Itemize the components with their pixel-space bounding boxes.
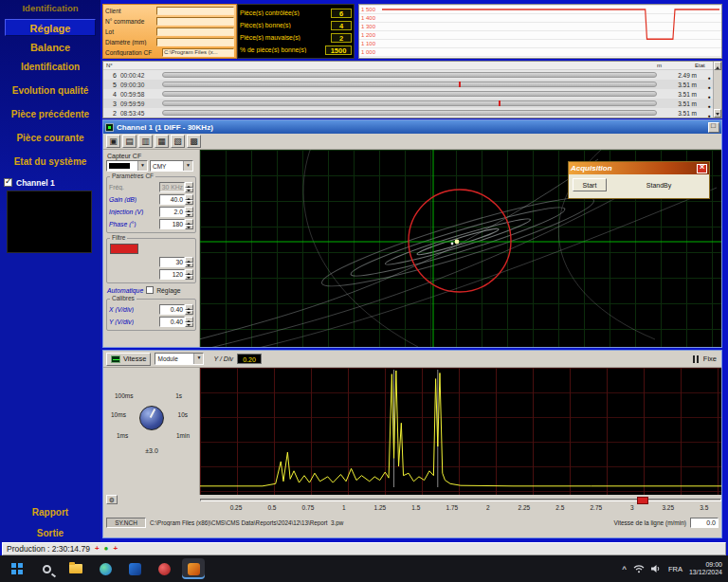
sidebar-item-piece-precedente[interactable]: Pièce précédente [0,107,100,122]
sidebar-item-identification-top[interactable]: Identification [0,3,100,13]
fixe-label: Fixe [703,355,717,363]
windows-logo-icon [11,563,23,574]
search-button[interactable] [35,558,58,579]
chevron-down-icon [137,161,147,171]
sidebar-item-reglage[interactable]: Réglage [5,19,96,36]
freq-spinner [185,182,193,192]
ydiv-label: Y / Div [213,355,233,362]
counter-label: Pièce(s) mauvaise(s) [240,34,329,41]
table-scrollbar[interactable] [713,62,721,118]
start-button[interactable]: Start [573,178,607,191]
table-row[interactable]: 5 09:00:30 3.51 m [103,80,721,89]
tray-expand-icon[interactable] [622,565,627,573]
pause-icon[interactable] [692,355,700,363]
x-vdiv-value[interactable]: 0.40 [159,304,185,315]
ydiv-value[interactable]: 0.20 [237,354,262,364]
configuration-path[interactable]: C:\Program Files (x... [162,48,234,57]
filtre-low-value[interactable]: 30 [159,257,185,267]
timebase-knob[interactable] [139,406,164,430]
capteur-mode-select[interactable]: CMY [150,160,193,172]
piece-length: 3.51 m [663,91,697,98]
sidebar-item-identification[interactable]: Identification [0,60,100,75]
commande-input[interactable] [156,17,234,26]
filtre-color-select[interactable] [110,244,138,254]
piece-num: 3 [103,100,117,107]
phase-spinner[interactable] [185,219,193,229]
piece-time: 09:59:59 [117,100,156,107]
file-explorer-button[interactable] [64,558,87,579]
filtre-high-value[interactable]: 120 [159,269,185,280]
configuration-label: Configuration CF [105,49,160,56]
display-mode-strip-icon[interactable]: ▤ [122,135,136,148]
injection-value[interactable]: 2.0 [159,207,185,217]
table-row[interactable]: 2 08:53:45 3.51 m [103,108,721,118]
line-speed-label: Vitesse de la ligne (m/min) [614,519,686,526]
diametre-input[interactable] [156,38,234,46]
display-mode-xy-icon[interactable]: ▣ [106,135,120,148]
lot-input[interactable] [156,27,234,36]
table-row[interactable]: 6 00:00:42 2.49 m [103,70,721,80]
client-input[interactable] [156,7,234,15]
scroll-up-icon[interactable] [714,62,721,70]
trace-color-select[interactable] [106,160,148,172]
time-axis-tick: 3.25 [662,504,674,511]
piece-bar [162,110,657,116]
zoom-display-icon[interactable]: ▩ [187,135,201,148]
gain-value[interactable]: 40.0 [159,194,185,205]
network-icon[interactable] [633,564,645,573]
sidebar-item-evolution-qualite[interactable]: Evolution qualité [0,83,100,99]
clock[interactable]: 09:00 13/12/2024 [689,561,722,576]
vitesse-button[interactable]: Vitesse [106,353,151,366]
start-button[interactable] [6,558,28,579]
channel-1-toggle[interactable]: Channel 1 [4,176,55,189]
display-mode-split-icon[interactable]: ▥ [138,135,153,148]
sidebar-item-sortie[interactable]: Sortie [0,526,100,541]
sidebar-item-balance[interactable]: Balance [0,40,100,55]
scroll-down-icon[interactable] [714,109,721,118]
close-icon[interactable] [697,164,707,173]
status-marker-icon: + [113,544,118,554]
browser-button[interactable] [94,558,117,579]
y-tick: 1 500 [361,6,375,14]
piece-counters: Pièce(s) contrôlée(s) 6 Pièce(s) bonne(s… [237,4,355,59]
channel-window-titlebar[interactable]: Channel 1 (1 DIFF - 30KHz) [103,120,721,134]
y-vdiv-value[interactable]: 0.40 [159,317,185,327]
gain-spinner[interactable] [185,194,193,205]
y-vdiv-spinner[interactable] [185,317,193,327]
phase-value[interactable]: 180 [159,219,185,229]
cms-app-button[interactable] [182,558,205,579]
filtre-high-spinner[interactable] [185,269,193,280]
automatique-checkbox[interactable] [146,286,154,294]
grid-toggle-icon[interactable]: ▦ [155,135,169,148]
filtre-low-spinner[interactable] [185,257,193,267]
piece-time: 09:00:30 [117,82,156,88]
reglage-label: Réglage [156,287,180,294]
browser-icon [100,563,112,575]
volume-icon[interactable] [651,564,662,573]
module-select[interactable]: Module [155,353,204,365]
time-scrollbar-handle[interactable] [637,497,648,504]
table-row[interactable]: 3 09:59:59 3.51 m [103,99,721,108]
app-button-red[interactable] [153,558,175,579]
table-row[interactable]: 4 00:59:58 3.51 m [103,89,721,99]
capteur-cf-label: Capteur CF [107,153,197,159]
timebase-1min: 1min [176,432,190,439]
capteur-mode-value: CMY [153,163,166,170]
injection-spinner[interactable] [185,207,193,217]
persistence-icon[interactable]: ▧ [171,135,185,148]
pieces-table: N° m Etat 6 00:00:42 2.49 m 5 09:00:30 3… [102,61,722,118]
sidebar-item-rapport[interactable]: Rapport [0,505,100,520]
piece-num: 5 [103,82,117,88]
maximize-icon[interactable] [708,122,719,133]
time-axis-tick: 0.5 [267,504,276,511]
x-vdiv-spinner[interactable] [185,304,193,315]
sidebar-item-etat-systeme[interactable]: Etat du système [0,155,100,170]
app-button-blue[interactable] [123,558,146,579]
timebase-value: ±3.0 [103,447,200,454]
sidebar-item-piece-courante[interactable]: Pièce courante [0,131,100,146]
timebase-10ms: 10ms [111,411,126,418]
acquisition-titlebar[interactable]: Acquisition [569,162,709,174]
language-indicator[interactable]: FRA [668,565,682,573]
time-scrollbar[interactable] [200,499,721,501]
settings-gear-icon[interactable] [106,495,118,504]
